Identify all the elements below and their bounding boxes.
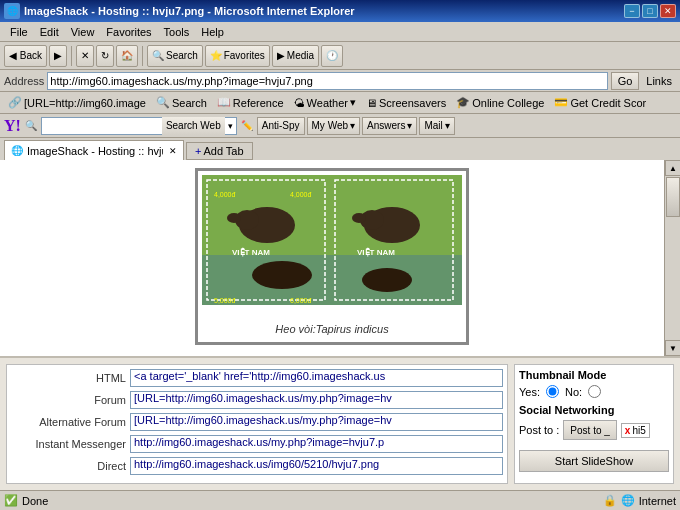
yahoo-search-icon: 🔍 xyxy=(25,120,37,131)
close-button[interactable]: ✕ xyxy=(660,4,676,18)
forward-button[interactable]: ▶ xyxy=(49,45,67,67)
im-label: Instant Messenger xyxy=(11,438,126,450)
favorites-button[interactable]: ⭐ Favorites xyxy=(205,45,270,67)
security-icon: 🔒 xyxy=(603,494,617,507)
yahoo-search-button[interactable]: Search Web xyxy=(162,117,225,135)
svg-point-10 xyxy=(252,261,312,289)
links-button[interactable]: Links xyxy=(642,75,676,87)
menu-view[interactable]: View xyxy=(65,24,101,40)
links-item-weather[interactable]: 🌤 Weather ▾ xyxy=(290,95,360,110)
menu-help[interactable]: Help xyxy=(195,24,230,40)
maximize-button[interactable]: □ xyxy=(642,4,658,18)
separator-1 xyxy=(71,46,72,66)
service-logo: x hi5 xyxy=(621,423,650,438)
anti-spy-button[interactable]: Anti-Spy xyxy=(257,117,305,135)
yahoo-logo: Y! xyxy=(4,117,21,135)
links-item-reference[interactable]: 📖 Reference xyxy=(213,95,288,110)
yahoo-toolbar: Y! 🔍 Search Web ▾ ✏️ Anti-Spy My Web ▾ A… xyxy=(0,114,680,138)
menu-favorites[interactable]: Favorites xyxy=(100,24,157,40)
go-button[interactable]: Go xyxy=(611,72,640,90)
altforum-row: Alternative Forum [URL=http://img60.imag… xyxy=(11,413,503,431)
window-controls[interactable]: − □ ✕ xyxy=(624,4,676,18)
menu-bar: File Edit View Favorites Tools Help xyxy=(0,22,680,42)
yahoo-search-input[interactable] xyxy=(42,118,162,134)
scroll-down-button[interactable]: ▼ xyxy=(665,340,680,356)
refresh-button[interactable]: ↻ xyxy=(96,45,114,67)
scrollbar[interactable]: ▲ ▼ xyxy=(664,160,680,356)
tab-label: ImageShack - Hosting :: hvju7.png xyxy=(27,145,163,157)
svg-point-6 xyxy=(227,213,241,223)
home-button[interactable]: 🏠 xyxy=(116,45,138,67)
no-radio[interactable] xyxy=(588,385,601,398)
links-item-screensavers[interactable]: 🖥 Screensavers xyxy=(362,96,450,110)
status-bar: ✅ Done 🔒 🌐 Internet xyxy=(0,490,680,510)
hi5-service: hi5 xyxy=(632,425,645,436)
back-button[interactable]: ◀ Back xyxy=(4,45,47,67)
direct-label: Direct xyxy=(11,460,126,472)
yes-label: Yes: xyxy=(519,386,540,398)
post-to-label: Post to : xyxy=(519,424,559,436)
post-button[interactable]: Post to _ xyxy=(563,420,616,440)
address-label: Address xyxy=(4,75,44,87)
svg-point-9 xyxy=(352,213,366,223)
direct-row: Direct http://img60.imageshack.us/img60/… xyxy=(11,457,503,475)
my-web-button[interactable]: My Web ▾ xyxy=(307,117,361,135)
scroll-thumb[interactable] xyxy=(666,177,680,217)
yes-radio[interactable] xyxy=(546,385,559,398)
links-item-url[interactable]: 🔗 [URL=http://img60.image xyxy=(4,95,150,110)
svg-text:6,000đ: 6,000đ xyxy=(290,297,312,304)
social-networking-label: Social Networking xyxy=(519,404,669,416)
scroll-up-button[interactable]: ▲ xyxy=(665,160,680,176)
links-item-credit[interactable]: 💳 Get Credit Scor xyxy=(550,95,650,110)
svg-text:4,000đ: 4,000đ xyxy=(214,191,236,198)
altforum-label: Alternative Forum xyxy=(11,416,126,428)
search-dropdown-icon[interactable]: ▾ xyxy=(225,121,236,131)
links-item-search[interactable]: 🔍 Search xyxy=(152,95,211,110)
tab-bar: 🌐 ImageShack - Hosting :: hvju7.png ✕ + … xyxy=(0,138,680,160)
direct-value[interactable]: http://img60.imageshack.us/img60/5210/hv… xyxy=(130,457,503,475)
info-panel: HTML <a target='_blank' href='http://img… xyxy=(6,364,508,484)
right-panel: Thumbnail Mode Yes: No: Social Networkin… xyxy=(514,364,674,484)
thumbnail-radio-row: Yes: No: xyxy=(519,385,669,398)
stop-button[interactable]: ✕ xyxy=(76,45,94,67)
done-icon: ✅ xyxy=(4,494,18,507)
altforum-value[interactable]: [URL=http://img60.imageshack.us/my.php?i… xyxy=(130,413,503,431)
answers-button[interactable]: Answers ▾ xyxy=(362,117,417,135)
add-tab-label: Add Tab xyxy=(203,145,243,157)
title-bar: 🌐 ImageShack - Hosting :: hvju7.png - Mi… xyxy=(0,0,680,22)
forum-value[interactable]: [URL=http://img60.imageshack.us/my.php?i… xyxy=(130,391,503,409)
search-button[interactable]: 🔍 Search xyxy=(147,45,203,67)
links-item-college[interactable]: 🎓 Online College xyxy=(452,95,548,110)
im-value[interactable]: http://img60.imageshack.us/my.php?image=… xyxy=(130,435,503,453)
svg-text:5,000đ: 5,000đ xyxy=(214,297,236,304)
menu-file[interactable]: File xyxy=(4,24,34,40)
add-tab-button[interactable]: + Add Tab xyxy=(186,142,253,160)
add-tab-icon: + xyxy=(195,145,201,157)
address-input[interactable] xyxy=(47,72,607,90)
tab-icon: 🌐 xyxy=(11,145,23,156)
forum-row: Forum [URL=http://img60.imageshack.us/my… xyxy=(11,391,503,409)
history-button[interactable]: 🕐 xyxy=(321,45,343,67)
svg-text:VIỆT NAM: VIỆT NAM xyxy=(232,247,270,257)
minimize-button[interactable]: − xyxy=(624,4,640,18)
mail-button[interactable]: Mail ▾ xyxy=(419,117,454,135)
no-label: No: xyxy=(565,386,582,398)
page-content: VIỆT NAM VIỆT NAM 4,000đ 4,000đ 5,000đ 6… xyxy=(0,160,664,356)
pencil-icon: ✏️ xyxy=(239,120,255,131)
slideshow-button[interactable]: Start SlideShow xyxy=(519,450,669,472)
status-text: Done xyxy=(22,495,599,507)
svg-text:4,000đ: 4,000đ xyxy=(290,191,312,198)
tab-close-icon[interactable]: ✕ xyxy=(169,146,177,156)
svg-rect-1 xyxy=(202,255,462,305)
yahoo-search-box: Search Web ▾ xyxy=(41,117,237,135)
svg-text:VIỆT NAM: VIỆT NAM xyxy=(357,247,395,257)
menu-edit[interactable]: Edit xyxy=(34,24,65,40)
active-tab[interactable]: 🌐 ImageShack - Hosting :: hvju7.png ✕ xyxy=(4,140,184,160)
media-button[interactable]: ▶ Media xyxy=(272,45,319,67)
html-value[interactable]: <a target='_blank' href='http://img60.im… xyxy=(130,369,503,387)
post-to-row: Post to : Post to _ x hi5 xyxy=(519,420,669,440)
svg-point-11 xyxy=(362,268,412,292)
x-service: x xyxy=(625,425,631,436)
scroll-track xyxy=(665,176,680,340)
menu-tools[interactable]: Tools xyxy=(158,24,196,40)
